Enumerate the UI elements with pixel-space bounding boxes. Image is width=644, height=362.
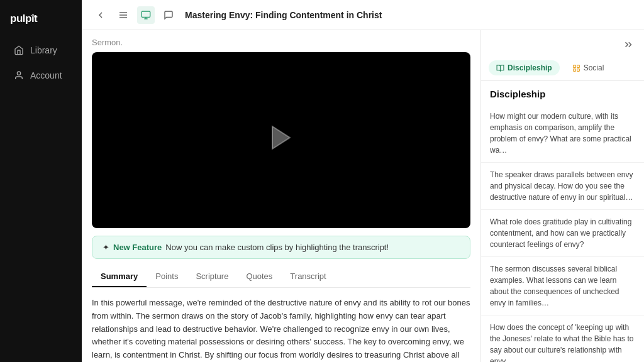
discipleship-tab-label: Discipleship [508, 63, 552, 72]
collapse-button[interactable] [620, 36, 636, 55]
section-label: Sermon. [92, 30, 470, 52]
chat-icon [164, 10, 174, 20]
social-icon [572, 64, 580, 72]
question-item[interactable]: The speaker draws parallels between envy… [481, 163, 644, 210]
svg-rect-4 [142, 11, 150, 17]
feature-banner: ✦ New Feature Now you can make custom cl… [92, 236, 470, 259]
right-panel-top [481, 30, 644, 55]
back-button[interactable] [92, 6, 109, 24]
feature-text: Now you can make custom clips by highlig… [165, 243, 389, 252]
book-icon [496, 64, 504, 72]
question-item[interactable]: How might our modern culture, with its e… [481, 104, 644, 163]
content-area: Sermon. ✦ New Feature Now you can make c… [82, 30, 644, 362]
svg-rect-7 [573, 65, 575, 67]
summary-text: In this powerful message, we're reminded… [92, 297, 470, 362]
main-panel: Mastering Envy: Finding Contentment in C… [82, 0, 644, 362]
tab-quotes[interactable]: Quotes [237, 266, 281, 287]
sidebar-library-label: Library [30, 45, 57, 55]
sidebar-item-library[interactable]: Library [4, 39, 78, 62]
right-tab-social[interactable]: Social [565, 60, 612, 75]
play-button[interactable] [266, 123, 296, 158]
svg-rect-9 [573, 69, 575, 71]
feature-label: New Feature [113, 243, 162, 252]
right-panel-title: Discipleship [481, 81, 644, 104]
screen-button[interactable] [137, 6, 155, 24]
right-tabs: Discipleship Social [481, 55, 644, 81]
sparkle-icon: ✦ [103, 243, 109, 252]
sidebar: pulpît Library Account [0, 0, 82, 362]
tab-points[interactable]: Points [147, 266, 187, 287]
svg-rect-8 [577, 65, 579, 67]
question-item[interactable]: The sermon discusses several biblical ex… [481, 257, 644, 315]
page-title: Mastering Envy: Finding Contentment in C… [185, 10, 382, 20]
tab-summary[interactable]: Summary [92, 266, 147, 287]
tab-scripture[interactable]: Scripture [187, 266, 237, 287]
collapse-icon [623, 39, 634, 50]
svg-rect-10 [577, 69, 579, 71]
app-logo: pulpît [0, 10, 82, 38]
home-icon [14, 45, 24, 55]
list-button[interactable] [114, 6, 132, 24]
play-icon [266, 123, 296, 153]
sidebar-item-account[interactable]: Account [4, 64, 78, 87]
content-tabs: Summary Points Scripture Quotes Transcri… [92, 266, 470, 288]
screen-icon [141, 10, 151, 20]
right-tab-discipleship[interactable]: Discipleship [489, 60, 560, 75]
tab-transcript[interactable]: Transcript [281, 266, 335, 287]
video-player[interactable] [92, 52, 470, 228]
sidebar-account-label: Account [30, 70, 62, 80]
chat-button[interactable] [160, 6, 177, 24]
list-icon [118, 10, 128, 20]
user-icon [14, 70, 24, 80]
question-list: How might our modern culture, with its e… [481, 104, 644, 362]
topbar: Mastering Envy: Finding Contentment in C… [82, 0, 644, 30]
social-tab-label: Social [584, 63, 604, 72]
back-icon [96, 10, 106, 20]
center-panel: Sermon. ✦ New Feature Now you can make c… [82, 30, 480, 362]
question-item[interactable]: How does the concept of 'keeping up with… [481, 315, 644, 362]
right-panel: Discipleship Social Discipleship How mig… [480, 30, 644, 362]
svg-point-0 [17, 72, 20, 75]
question-item[interactable]: What role does gratitude play in cultiva… [481, 210, 644, 257]
